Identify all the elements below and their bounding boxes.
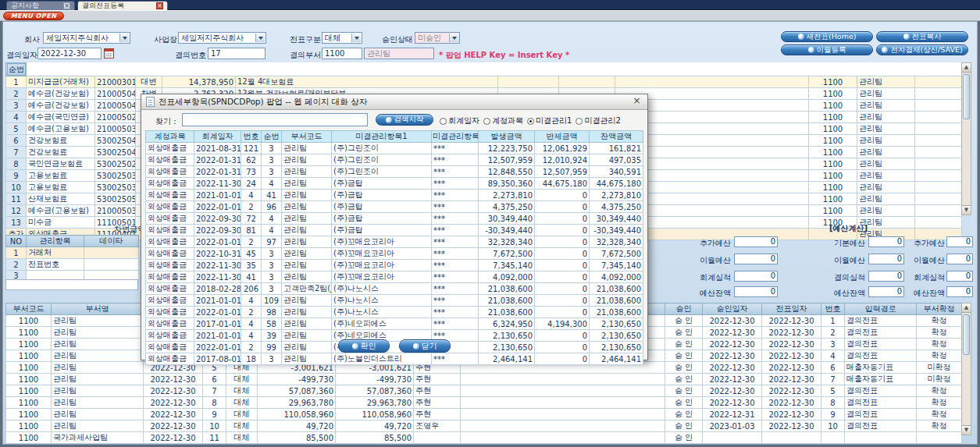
- site-select[interactable]: 제일저지주식회사: [178, 32, 266, 44]
- approve-state-value: 미승인: [418, 34, 441, 42]
- table-cell: 외상매출금: [146, 307, 194, 318]
- table-row[interactable]: 외상매출금2021-01-01441관리팀(주)금탑***2,273,81002…: [146, 190, 643, 201]
- popup-title-bar[interactable]: 전표세부항목(SPNDCDPop) 팝업 -- 웹 페이지 대화 상자 ×: [141, 94, 647, 110]
- budget-b-field2: 0: [946, 254, 973, 264]
- tab-notice[interactable]: 공지사항 ×: [6, 1, 75, 10]
- close-icon[interactable]: ×: [631, 96, 643, 108]
- table-row[interactable]: 1거래처: [6, 247, 139, 259]
- approve-state-select[interactable]: 미승인: [415, 32, 460, 44]
- voucher-no-input[interactable]: [208, 48, 265, 59]
- table-cell: 3: [262, 353, 282, 365]
- table-row[interactable]: 외상매출금2022-11-30353관리팀(주)꼬매요코리아***7,345,1…: [146, 260, 643, 271]
- table-row[interactable]: 1미지급금(거래처)21000301대변14,378,95012월 4대보험료1…: [6, 76, 962, 88]
- tab-close-icon[interactable]: ×: [63, 2, 70, 9]
- table-cell: [461, 374, 665, 385]
- table-cell: 관리팀: [857, 76, 915, 88]
- budget-b-label2: 회계실적: [911, 272, 945, 283]
- dept-code-field[interactable]: 1100: [322, 48, 362, 59]
- table-row[interactable]: 1100관리팀2022-12-309대체110,058,960110,058,9…: [6, 409, 962, 420]
- table-row[interactable]: 외상매출금2022-01-01296관리팀(주)금탑***4,375,25004…: [146, 201, 643, 213]
- chevron-down-icon[interactable]: [449, 34, 458, 42]
- table-cell: 결의전표: [845, 350, 917, 362]
- main-table-scrollbar[interactable]: ▲ ▼: [961, 62, 971, 215]
- scroll-thumb[interactable]: [963, 74, 970, 119]
- scroll-up-icon[interactable]: ▲: [962, 303, 971, 313]
- table-cell: 7,672,500: [590, 248, 643, 260]
- table-cell: 21000503: [95, 123, 136, 135]
- table-row[interactable]: 외상매출금2022-11-30244관리팀(주)금탑***89,350,3604…: [146, 178, 643, 190]
- mgmt-items-table: NO관리항목데이타 1거래처2전표번호3: [5, 235, 139, 281]
- table-cell: 관리팀: [52, 397, 144, 409]
- chevron-down-icon[interactable]: [351, 34, 361, 42]
- table-row[interactable]: 1100관리팀2022-12-3010대체49,72049,720조영우승 인2…: [6, 420, 962, 432]
- scroll-down-icon[interactable]: ▼: [962, 425, 971, 435]
- tab-close-icon[interactable]: ×: [156, 2, 163, 9]
- table-row[interactable]: 외상매출금2022-01-31623관리팀(주)그린조이***12,507,95…: [146, 154, 643, 166]
- approval-submit-button[interactable]: 전자결재(상신/SAVE): [876, 44, 968, 55]
- slip-type-select[interactable]: 대체: [322, 32, 362, 44]
- new-voucher-button[interactable]: 새전표(Home): [781, 31, 873, 42]
- table-row[interactable]: 외상매출금2022-10-31453관리팀(주)꼬매요코리아***7,672,5…: [146, 248, 643, 260]
- radio-acct-date[interactable]: 회계일자: [440, 115, 479, 126]
- table-cell: 승 인: [665, 339, 703, 350]
- table-cell: 2022-12-30: [144, 385, 203, 397]
- close-button[interactable]: 닫기: [399, 339, 451, 353]
- tab-voucher-register[interactable]: 결의전표등록 ×: [77, 1, 168, 10]
- table-cell: 4,092,000: [479, 271, 535, 283]
- scroll-down-icon[interactable]: ▼: [962, 205, 971, 215]
- copy-voucher-button[interactable]: 전표복사: [876, 31, 968, 42]
- scroll-up-icon[interactable]: ▲: [962, 63, 971, 73]
- column-header: 계정명: [26, 64, 27, 76]
- table-row[interactable]: 외상매출금2018-02-282063고객만족2팀(JC(주)나노시스***21…: [146, 283, 643, 295]
- table-cell: 관리팀: [857, 100, 915, 112]
- table-cell: 미확정: [917, 374, 962, 385]
- menu-open-button[interactable]: MENU OPEN: [3, 12, 64, 20]
- table-row[interactable]: 2전표번호: [6, 259, 139, 271]
- chevron-down-icon[interactable]: [255, 34, 265, 42]
- table-row[interactable]: 외상매출금2022-11-30413관리팀(주)꼬매요코리아***4,092,0…: [146, 271, 643, 283]
- calendar-icon[interactable]: [104, 48, 114, 59]
- table-row[interactable]: 1100국가과제사업팀2022-12-3011대체85,50085,500승 인: [6, 432, 962, 444]
- table-row[interactable]: 1100관리팀2022-12-307대체57,087,36057,087,360…: [6, 385, 962, 397]
- radio-open-mgmt2[interactable]: 미결관리2: [576, 115, 620, 126]
- table-row[interactable]: 외상매출금2021-08-311213관리팀(주)그린조이***12,223,7…: [146, 143, 643, 154]
- company-value: 제일저지주식회사: [46, 34, 109, 42]
- table-row[interactable]: 외상매출금2022-09-30724관리팀(주)금탑***30,349,4400…: [146, 213, 643, 225]
- table-cell: 3: [821, 339, 845, 350]
- company-select[interactable]: 제일저지주식회사: [43, 32, 130, 44]
- carryover-button[interactable]: 이월등록: [781, 44, 873, 55]
- table-row[interactable]: 외상매출금2017-01-01458관리팀(주)네오피에스***6,324,95…: [146, 318, 643, 330]
- radio-open-mgmt1[interactable]: 미결관리1: [527, 115, 572, 126]
- table-cell: 대체: [226, 432, 258, 444]
- document-icon: [146, 97, 155, 107]
- table-row[interactable]: 외상매출금2021-01-014109관리팀(주)나노시스***21,038,6…: [146, 295, 643, 307]
- chevron-down-icon[interactable]: [119, 34, 129, 42]
- mgmt-extra-input[interactable]: [5, 279, 138, 290]
- column-header: 계정과목: [146, 131, 194, 143]
- table-cell: 관리팀: [282, 260, 332, 271]
- search-input[interactable]: [182, 113, 368, 126]
- table-row[interactable]: 외상매출금2022-01-01297관리팀(주)꼬매요코리아***32,328,…: [146, 236, 643, 248]
- table-cell: (주)그린조이: [332, 154, 432, 166]
- column-header: 번호: [241, 131, 262, 143]
- radio-account[interactable]: 계정과목: [483, 115, 523, 126]
- table-row[interactable]: 외상매출금2022-01-01298관리팀(주)나노시스***21,038,60…: [146, 307, 643, 318]
- table-cell: 2022-11-30: [194, 260, 241, 271]
- table-row[interactable]: 외상매출금2017-08-01183관리팀(주)노블인더스트리***2,464,…: [146, 353, 643, 365]
- table-cell: ***: [432, 190, 479, 201]
- scroll-thumb[interactable]: [963, 314, 970, 355]
- table-cell: 2022-12-30: [762, 350, 821, 362]
- table-cell: (주)금탑: [332, 201, 432, 213]
- column-header: 잔액금액: [590, 131, 643, 143]
- table-cell: 승 인: [665, 374, 703, 385]
- table-row[interactable]: 외상매출금2022-09-30814관리팀(주)금탑***-30,349,440…: [146, 225, 643, 236]
- ok-button[interactable]: 확인: [338, 339, 390, 353]
- ok-label: 확인: [361, 341, 376, 352]
- search-start-button[interactable]: 검색시작: [376, 114, 433, 126]
- bottom-table-scrollbar[interactable]: ▲ ▼: [961, 303, 971, 435]
- table-row[interactable]: 1100관리팀2022-12-306대체-499,730-499,730주현승 …: [6, 374, 962, 385]
- table-row[interactable]: 외상매출금2022-01-31733관리팀(주)그린조이***12,848,55…: [146, 166, 643, 178]
- table-row[interactable]: 1100관리팀2022-12-308대체29,963,78029,963,780…: [6, 397, 962, 409]
- date-input[interactable]: [37, 48, 102, 59]
- table-cell: 21,038,600: [479, 295, 535, 307]
